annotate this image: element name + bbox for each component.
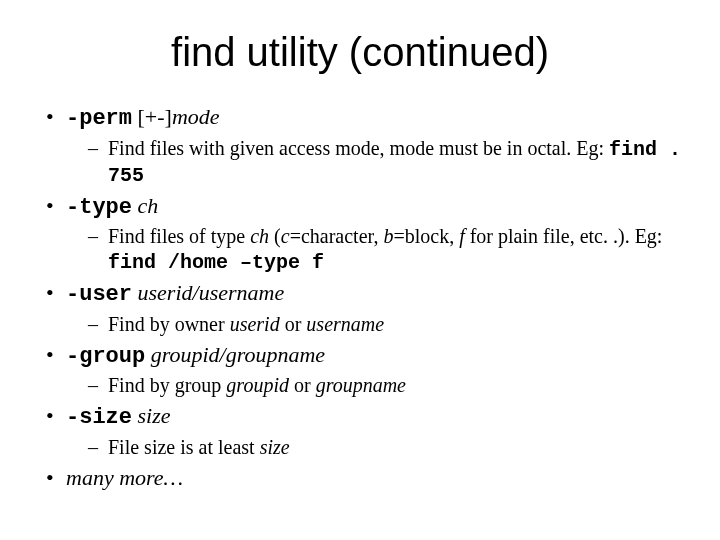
sub-item: File size is at least size [88, 435, 684, 460]
sub-text: Find by group [108, 374, 226, 396]
sub-text: ( [269, 225, 281, 247]
code-var: c [281, 225, 290, 247]
sub-text: File size is at least [108, 436, 260, 458]
example-code: find /home –type f [108, 251, 324, 274]
list-item: -user userid/username Find by owner user… [44, 279, 684, 337]
code-var: b [383, 225, 393, 247]
option-flag: -type [66, 195, 132, 220]
code-var: ch [250, 225, 269, 247]
code-var: userid [230, 313, 280, 335]
slide-title: find utility (continued) [36, 30, 684, 75]
option-flag: -size [66, 405, 132, 430]
more-text: many more… [66, 465, 183, 490]
option-arg: size [138, 403, 171, 428]
sub-text: Find files with given access mode, mode … [108, 137, 609, 159]
option-flag: -perm [66, 106, 132, 131]
code-var: groupname [316, 374, 406, 396]
sub-item: Find files with given access mode, mode … [88, 136, 684, 188]
sub-list: Find files of type ch (c=character, b=bl… [66, 224, 684, 275]
option-arg: mode [172, 104, 220, 129]
sub-text: or [289, 374, 316, 396]
option-arg: ch [138, 193, 159, 218]
option-arg: groupid/groupname [151, 342, 325, 367]
option-flag: -group [66, 344, 145, 369]
sub-text: =block, [393, 225, 459, 247]
list-item: -type ch Find files of type ch (c=charac… [44, 192, 684, 276]
code-var: size [260, 436, 290, 458]
sub-item: Find by group groupid or groupname [88, 373, 684, 398]
sub-text: for plain file, etc. .). Eg: [465, 225, 663, 247]
sub-list: Find by group groupid or groupname [66, 373, 684, 398]
list-item: many more… [44, 464, 684, 493]
option-flag: -user [66, 282, 132, 307]
sub-text: Find files of type [108, 225, 250, 247]
sub-text: or [280, 313, 307, 335]
list-item: -group groupid/groupname Find by group g… [44, 341, 684, 399]
sub-text: Find by owner [108, 313, 230, 335]
code-var: groupid [226, 374, 289, 396]
option-tail: [+-] [132, 104, 172, 129]
sub-list: Find files with given access mode, mode … [66, 136, 684, 188]
code-var: username [306, 313, 384, 335]
option-arg: userid/username [138, 280, 285, 305]
list-item: -perm [+-]mode Find files with given acc… [44, 103, 684, 188]
slide: find utility (continued) -perm [+-]mode … [0, 0, 720, 540]
sub-item: Find by owner userid or username [88, 312, 684, 337]
sub-item: Find files of type ch (c=character, b=bl… [88, 224, 684, 275]
sub-list: File size is at least size [66, 435, 684, 460]
bullet-list: -perm [+-]mode Find files with given acc… [44, 103, 684, 493]
list-item: -size size File size is at least size [44, 402, 684, 460]
sub-text: =character, [290, 225, 384, 247]
sub-list: Find by owner userid or username [66, 312, 684, 337]
